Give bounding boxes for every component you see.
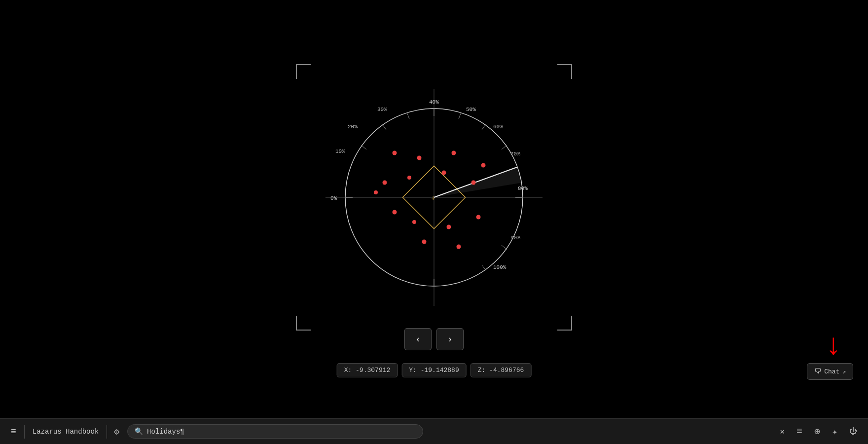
- svg-point-36: [471, 181, 476, 185]
- toolbar-divider-1: [24, 425, 25, 439]
- next-button[interactable]: ›: [436, 328, 464, 350]
- svg-text:+: +: [431, 194, 435, 202]
- svg-text:100%: 100%: [493, 264, 506, 270]
- svg-text:40%: 40%: [429, 99, 439, 105]
- svg-point-32: [481, 163, 486, 168]
- navigation-buttons: ‹ ›: [404, 328, 464, 350]
- svg-text:20%: 20%: [348, 124, 358, 130]
- chat-button[interactable]: 🗨 Chat ↗: [807, 363, 853, 380]
- radar-container: 0% 10% 20% 30% 40% 50% 60% 70% 80% 90% 1…: [326, 89, 542, 306]
- corner-bracket-top-right: [557, 64, 572, 79]
- menu-icon[interactable]: ≡: [6, 427, 21, 437]
- svg-point-31: [452, 151, 456, 155]
- power-icon[interactable]: ⏻: [844, 427, 862, 436]
- hamburger-icon[interactable]: ≡: [792, 426, 807, 437]
- search-box[interactable]: 🔍: [127, 424, 423, 439]
- bottom-toolbar: ≡ Lazarus Handbook ⚙ 🔍 ✕ ≡ ⊕ ✦ ⏻: [0, 418, 868, 444]
- svg-text:10%: 10%: [335, 148, 345, 154]
- search-input[interactable]: [147, 428, 416, 436]
- svg-text:60%: 60%: [493, 124, 503, 130]
- svg-point-30: [417, 156, 422, 160]
- svg-point-38: [412, 220, 416, 224]
- coordinates-bar: X: -9.307912 Y: -19.142889 Z: -4.896766: [337, 363, 532, 377]
- corner-bracket-bottom-left: [296, 316, 311, 331]
- svg-point-35: [442, 171, 446, 175]
- svg-point-29: [393, 151, 397, 155]
- radar-svg: 0% 10% 20% 30% 40% 50% 60% 70% 80% 90% 1…: [326, 89, 542, 306]
- svg-text:0%: 0%: [330, 195, 337, 201]
- svg-text:50%: 50%: [466, 107, 476, 112]
- toolbar-right: ✕ ≡ ⊕ ✦ ⏻: [775, 425, 862, 438]
- svg-line-11: [482, 124, 486, 130]
- svg-text:80%: 80%: [518, 185, 528, 191]
- svg-text:70%: 70%: [510, 151, 520, 157]
- svg-point-33: [383, 181, 387, 185]
- sparkle-icon[interactable]: ✦: [827, 426, 842, 437]
- toolbar-divider-2: [107, 425, 107, 439]
- svg-text:90%: 90%: [510, 235, 520, 241]
- svg-point-41: [422, 240, 427, 244]
- x-coordinate: X: -9.307912: [337, 363, 398, 377]
- svg-point-34: [407, 176, 411, 180]
- svg-text:30%: 30%: [377, 107, 387, 112]
- main-visualization-area: 0% 10% 20% 30% 40% 50% 60% 70% 80% 90% 1…: [0, 0, 868, 414]
- svg-line-10: [459, 112, 461, 119]
- svg-line-9: [361, 145, 366, 149]
- svg-line-13: [502, 245, 507, 250]
- svg-point-37: [393, 210, 397, 215]
- z-coordinate: Z: -4.896766: [470, 363, 532, 377]
- svg-line-14: [482, 265, 486, 270]
- corner-bracket-top-left: [296, 64, 311, 79]
- app-title: Lazarus Handbook: [28, 428, 104, 436]
- external-link-icon: ↗: [842, 369, 846, 375]
- corner-bracket-bottom-right: [557, 316, 572, 331]
- y-coordinate: Y: -19.142889: [401, 363, 466, 377]
- svg-line-7: [407, 112, 409, 119]
- svg-point-39: [447, 225, 451, 229]
- svg-point-43: [374, 190, 378, 194]
- prev-button[interactable]: ‹: [404, 328, 432, 350]
- search-icon: 🔍: [135, 427, 143, 436]
- close-button[interactable]: ✕: [775, 427, 790, 437]
- svg-point-42: [457, 245, 461, 249]
- svg-line-8: [382, 124, 386, 130]
- chat-label: Chat: [824, 368, 839, 375]
- globe-icon[interactable]: ⊕: [809, 425, 825, 438]
- chat-icon: 🗨: [814, 368, 821, 375]
- settings-icon[interactable]: ⚙: [110, 426, 123, 437]
- svg-line-12: [502, 145, 507, 149]
- svg-point-40: [476, 215, 481, 220]
- red-arrow-indicator: ↓: [825, 332, 842, 361]
